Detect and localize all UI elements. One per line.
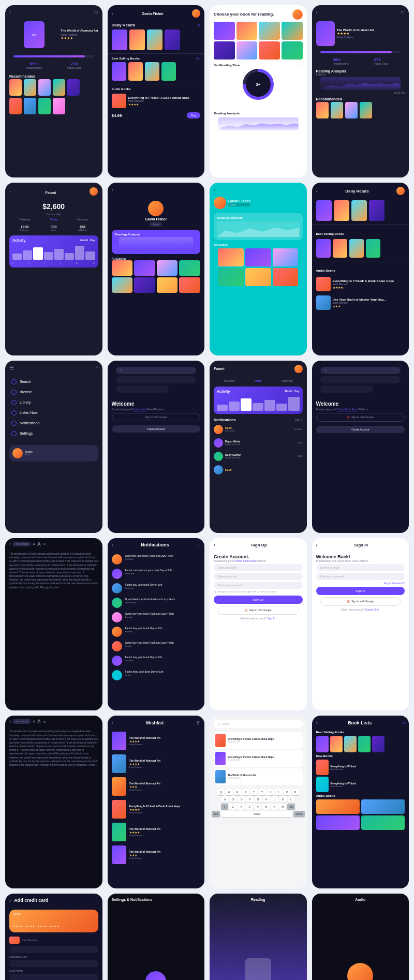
google-signin-button[interactable]: Sign in with Google [112,413,201,421]
font-size-icon[interactable]: A [37,719,41,724]
result-item-1[interactable]: Everything is F*cked: A Book About HopeM… [214,732,303,749]
notif-list-item-3[interactable]: Faomi buy your book Day of LifeYesterday [108,581,205,596]
back-icon[interactable]: ‹ [214,187,215,192]
input-mock-3[interactable] [320,385,374,393]
key-r[interactable]: R [242,789,249,795]
notif-list-item-5[interactable]: Owen buy your book Rash and Lazy FetchTu… [108,610,205,625]
menu-item-settings[interactable]: Settings [5,428,102,439]
back-icon[interactable]: ‹ [112,187,113,192]
google-signin-button[interactable]: G Sign in with Google [316,413,405,422]
grid-book-8[interactable] [282,41,303,60]
card-number-input[interactable] [9,946,98,953]
grid-book-5[interactable] [214,41,235,60]
key-v[interactable]: V [254,804,261,810]
result-item-2[interactable]: Everything Is F*cked: A Book About HopeE… [214,750,303,767]
notif-item-2[interactable]: Bryan Watts Likes/Love book 3200 [210,436,307,450]
key-p[interactable]: P [292,789,299,795]
email-input[interactable]: Enter your email [316,564,405,571]
key-d[interactable]: D [238,796,245,803]
expiry-input[interactable] [9,960,98,967]
google-signin-button[interactable]: G Sign in with Google [218,606,299,615]
search-input-value[interactable]: Every [223,722,299,725]
book-4[interactable] [165,29,180,50]
key-123[interactable]: 123 [212,811,220,817]
grid-book-3[interactable] [259,22,280,40]
back-icon[interactable]: ‹ [9,541,11,547]
font-size-icon[interactable]: A [37,541,41,547]
grid-book-6[interactable] [236,41,258,60]
key-w[interactable]: W [226,789,233,795]
key-m[interactable]: M [279,804,286,810]
max-icon[interactable]: ⊡ [96,365,98,370]
key-t[interactable]: T [250,789,258,795]
notif-item-4[interactable]: $4.99 [210,463,307,477]
buy-button[interactable]: Buy [187,112,200,118]
forgot-password-link[interactable]: Forgot Password? [316,582,405,585]
new-book-item-2[interactable]: Everything Is F*ckedMark Hanson [316,777,405,792]
notif-list-item-7[interactable]: Owen buy your book Rash and Lazy FetchSu… [108,639,205,654]
key-a[interactable]: A [221,796,229,803]
key-e[interactable]: E [234,789,241,795]
key-x[interactable]: X [238,804,245,810]
input-mock-2[interactable] [320,376,401,383]
wishlist-item-1[interactable]: The World of Abstract Art★★★★Emily Robbi… [108,730,205,752]
search-input-mock[interactable]: ○ [116,367,197,374]
back-icon[interactable]: ‹ [214,542,215,548]
month-tab[interactable]: Month [285,390,292,393]
grid-book-1[interactable] [214,22,235,40]
key-y[interactable]: Y [259,789,266,795]
key-k[interactable]: K [279,796,287,803]
key-s[interactable]: S [230,796,237,803]
grid-book-4[interactable] [282,22,303,40]
wishlist-item-6[interactable]: The World of Abstract Art★★★Emily Robbin… [108,843,205,866]
notif-item-3[interactable]: Ruby Garner Likes/Love book 3200 [210,450,307,463]
key-f[interactable]: F [246,796,254,803]
back-icon[interactable]: ‹ [9,9,11,15]
back-icon[interactable]: ‹ [316,542,318,548]
month-tab[interactable]: Month [80,239,88,242]
day-tab[interactable]: Day [90,239,95,242]
password-input[interactable]: Enter your password [316,573,405,580]
wishlist-item-2[interactable]: The World of Abstract Art★★★★Emily Robbi… [108,752,205,775]
key-u[interactable]: U [267,789,274,795]
notif-list-item-1[interactable]: Ivan liked your book Rash and Lazy Fetch… [108,552,205,567]
font-icon[interactable]: A [33,720,35,723]
wander-music[interactable] [112,277,133,293]
search-bar[interactable]: ⌕ Every [214,720,303,728]
book-3[interactable] [147,29,162,50]
menu-item-library[interactable]: Library [5,397,102,408]
bs-book-3[interactable] [349,239,364,258]
grid-book-7[interactable] [259,41,280,60]
menu-item-search[interactable]: Search [5,377,102,387]
result-item-3[interactable]: The World of Abstract ArtEmily Robbins [214,768,303,785]
back-icon[interactable]: ‹ [316,720,318,725]
back-icon[interactable]: ‹ [9,719,11,724]
key-z[interactable]: Z [229,804,236,810]
key-n[interactable]: N [271,804,278,810]
online-book-link[interactable]: Online Book [234,559,248,562]
bs-book-2[interactable] [333,239,347,258]
read-link[interactable]: Read [249,559,256,562]
key-return[interactable]: return [293,811,304,817]
key-g[interactable]: G [255,796,262,803]
notif-list-item-6[interactable]: Faomi buy your book Day of LifeMonday [108,625,205,639]
password-input[interactable]: Enter your password [214,582,303,589]
notif-list-item-8[interactable]: Faomi buy your book Day of LifeSaturday [108,654,205,668]
key-j[interactable]: J [271,796,278,803]
key-delete[interactable]: ⌫ [287,804,295,810]
new-book-item-1[interactable]: Everything Is F*ckedMark Hanson [316,760,405,775]
create-link[interactable]: Create One. [365,608,379,611]
wishlist-item-3[interactable]: The World of Abstract Art★★★Emily Robbin… [108,775,205,798]
search-input-mock[interactable]: ○ [320,367,401,374]
input-mock-2[interactable] [116,376,197,383]
email-input[interactable]: Enter your email [214,573,303,580]
audio-book-item-2[interactable]: Use Your Brain to Master Your Day... Mar… [312,293,409,312]
notif-item-1[interactable]: $4.99 Free Book Just Now [210,423,307,436]
all-label[interactable]: All [402,721,405,724]
google-signin-button[interactable]: G Sign in with Google [320,597,401,606]
book-2[interactable] [129,29,145,50]
back-icon[interactable]: ‹ [112,11,113,17]
back-icon[interactable]: ‹ [112,542,113,548]
book-1[interactable] [112,29,127,50]
day-tab[interactable]: Day [294,390,299,393]
